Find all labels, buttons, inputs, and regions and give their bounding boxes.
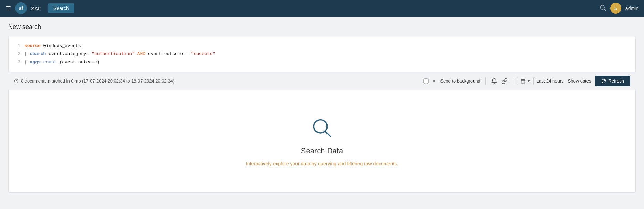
refresh-button[interactable]: Refresh xyxy=(595,76,630,86)
time-range-label: Last 24 hours xyxy=(537,78,564,84)
query-line1-content: source windows_events xyxy=(24,42,81,50)
keyword-source: source xyxy=(24,43,41,48)
divider-1 xyxy=(485,78,486,85)
toolbar: ⏱ 0 documents matched in 0 ms (17-07-202… xyxy=(8,72,636,90)
results-area: Search Data Interactively explore your d… xyxy=(8,90,636,193)
cancel-radio xyxy=(423,78,429,84)
field-2: event.outcome xyxy=(148,51,183,56)
empty-title: Search Data xyxy=(301,146,343,155)
pipe-2: | xyxy=(24,51,30,56)
svg-rect-2 xyxy=(521,79,525,83)
send-to-background-button[interactable]: Send to background xyxy=(439,78,481,84)
divider-2 xyxy=(513,78,513,85)
bell-icon-button[interactable] xyxy=(489,77,499,86)
show-dates-button[interactable]: Show dates xyxy=(567,78,593,84)
svg-line-7 xyxy=(325,132,331,137)
calendar-button[interactable]: ▾ xyxy=(517,77,534,85)
navbar: ☰ af SAF Search a admin xyxy=(0,0,644,16)
link-icon-button[interactable] xyxy=(499,77,510,86)
global-search-icon[interactable] xyxy=(599,4,606,13)
username-label: admin xyxy=(625,6,638,11)
query-line3-content: | aggs count (event.outcome) xyxy=(24,58,100,66)
pipe-3: | xyxy=(24,59,30,65)
string-1: "authentication" xyxy=(92,51,135,56)
avatar[interactable]: a xyxy=(610,3,621,14)
refresh-label: Refresh xyxy=(608,78,624,84)
keyword-search: search xyxy=(30,51,46,56)
cancel-group: ✕ xyxy=(423,78,436,84)
query-source-value: windows_events xyxy=(43,43,81,48)
query-line-2: 2 | search event.category= "authenticati… xyxy=(15,50,629,58)
cancel-x-icon[interactable]: ✕ xyxy=(432,78,436,84)
func-args: (event.outcome) xyxy=(59,59,100,65)
hamburger-icon[interactable]: ☰ xyxy=(6,4,11,12)
field-1: event.category= xyxy=(49,51,89,56)
page-title: New search xyxy=(8,23,636,31)
func-count: count xyxy=(43,59,57,65)
line-num-2: 2 xyxy=(15,50,20,58)
string-2: "success" xyxy=(191,51,215,56)
calendar-chevron: ▾ xyxy=(528,78,530,84)
query-line-3: 3 | aggs count (event.outcome) xyxy=(15,58,629,66)
empty-search-icon xyxy=(310,116,334,141)
line-num-3: 3 xyxy=(15,58,20,66)
query-line2-content: | search event.category= "authentication… xyxy=(24,50,215,58)
svg-line-1 xyxy=(604,9,606,10)
main-content: New search 1 source windows_events 2 | s… xyxy=(0,16,644,200)
search-nav-button[interactable]: Search xyxy=(48,3,74,13)
clock-icon: ⏱ xyxy=(14,78,19,84)
empty-subtitle: Interactively explore your data by query… xyxy=(246,161,398,166)
and-keyword: AND xyxy=(137,51,148,56)
keyword-aggs: aggs xyxy=(30,59,41,65)
query-editor[interactable]: 1 source windows_events 2 | search event… xyxy=(8,36,636,72)
status-text: ⏱ 0 documents matched in 0 ms (17-07-202… xyxy=(14,78,174,84)
app-logo[interactable]: af xyxy=(15,2,27,14)
line-num-1: 1 xyxy=(15,42,20,50)
app-name: SAF xyxy=(31,6,41,11)
eq-sign: = xyxy=(186,51,191,56)
status-message: 0 documents matched in 0 ms (17-07-2024 … xyxy=(21,78,174,84)
query-line-1: 1 source windows_events xyxy=(15,42,629,50)
